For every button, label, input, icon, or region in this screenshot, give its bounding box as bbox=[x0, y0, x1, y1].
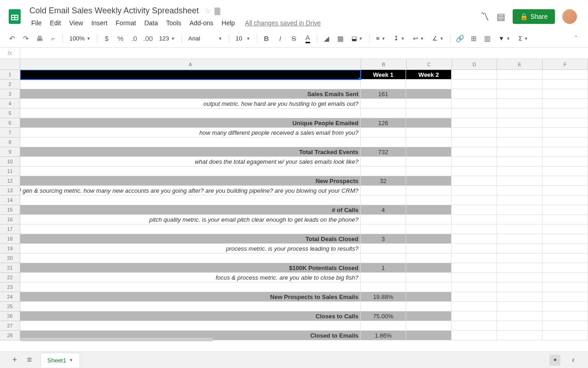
cell[interactable] bbox=[497, 321, 543, 331]
cell[interactable] bbox=[452, 321, 497, 331]
cell[interactable] bbox=[452, 302, 497, 311]
cell[interactable]: 161 bbox=[361, 89, 406, 99]
cell[interactable] bbox=[543, 196, 588, 205]
cell[interactable] bbox=[497, 311, 543, 321]
cell[interactable] bbox=[497, 157, 543, 167]
cell[interactable] bbox=[20, 224, 361, 234]
zoom-select[interactable]: 100%▼ bbox=[66, 32, 94, 45]
cell[interactable] bbox=[452, 292, 497, 302]
comment-button[interactable]: ⊞ bbox=[467, 32, 480, 45]
v-align-button[interactable]: ↧▼ bbox=[390, 32, 408, 45]
cell[interactable] bbox=[497, 109, 543, 118]
cell[interactable] bbox=[406, 128, 452, 138]
more-formats-select[interactable]: 123▼ bbox=[155, 32, 179, 45]
cell[interactable] bbox=[361, 167, 406, 176]
avatar[interactable] bbox=[562, 9, 577, 24]
cell[interactable]: 75.00% bbox=[361, 311, 406, 321]
menu-format[interactable]: Format bbox=[112, 17, 140, 29]
cell[interactable] bbox=[406, 205, 452, 215]
cell-selected[interactable] bbox=[20, 70, 361, 80]
cell[interactable] bbox=[406, 157, 452, 167]
row-header-7[interactable]: 7 bbox=[0, 128, 20, 138]
cell[interactable] bbox=[497, 244, 543, 253]
cell[interactable] bbox=[452, 138, 497, 147]
cell[interactable] bbox=[497, 224, 543, 234]
cell[interactable] bbox=[361, 282, 406, 292]
menu-view[interactable]: View bbox=[66, 17, 87, 29]
filter-button[interactable]: ▼▼ bbox=[495, 32, 514, 45]
cell[interactable] bbox=[406, 176, 452, 186]
col-header-D[interactable]: D bbox=[452, 59, 498, 70]
cell[interactable] bbox=[452, 234, 497, 244]
cell[interactable] bbox=[543, 109, 588, 118]
cell[interactable] bbox=[361, 196, 406, 205]
cell[interactable] bbox=[497, 89, 543, 99]
cell[interactable] bbox=[543, 80, 588, 89]
row-header-5[interactable]: 5 bbox=[0, 109, 20, 118]
col-header-B[interactable]: B bbox=[361, 59, 407, 70]
cell[interactable] bbox=[406, 147, 452, 157]
cell[interactable] bbox=[543, 263, 588, 273]
cell[interactable] bbox=[361, 138, 406, 147]
cell[interactable] bbox=[543, 128, 588, 138]
cell[interactable] bbox=[406, 234, 452, 244]
cell[interactable]: Week 1 bbox=[361, 70, 406, 80]
cell[interactable] bbox=[452, 253, 497, 263]
strike-button[interactable]: S bbox=[288, 32, 300, 45]
cell[interactable] bbox=[497, 147, 543, 157]
cell[interactable] bbox=[361, 302, 406, 311]
row-header-26[interactable]: 26 bbox=[0, 311, 20, 321]
row-header-15[interactable]: 15 bbox=[0, 205, 20, 215]
cell[interactable] bbox=[406, 224, 452, 234]
cell[interactable]: lead gen & sourcing metric. how many new… bbox=[20, 186, 361, 196]
cell[interactable]: process metric. is your process leading … bbox=[20, 244, 361, 253]
menu-data[interactable]: Data bbox=[141, 17, 162, 29]
col-header-F[interactable]: F bbox=[543, 59, 588, 70]
comments-icon[interactable]: ▤ bbox=[497, 11, 505, 22]
increase-decimal-button[interactable]: .00 bbox=[141, 32, 154, 45]
sheet-tab-menu-icon[interactable]: ▼ bbox=[69, 358, 73, 362]
cell[interactable] bbox=[497, 234, 543, 244]
cell[interactable]: Total Deals Closed bbox=[20, 234, 361, 244]
cell[interactable] bbox=[543, 292, 588, 302]
cell[interactable] bbox=[406, 89, 452, 99]
activity-icon[interactable]: 〽 bbox=[480, 12, 489, 22]
cell[interactable] bbox=[452, 186, 497, 196]
cell[interactable] bbox=[543, 99, 588, 109]
select-all-corner[interactable] bbox=[0, 59, 20, 70]
decrease-decimal-button[interactable]: .0 bbox=[128, 32, 141, 45]
cell[interactable] bbox=[543, 273, 588, 282]
cell[interactable] bbox=[452, 311, 497, 321]
cell[interactable] bbox=[406, 273, 452, 282]
row-header-4[interactable]: 4 bbox=[0, 99, 20, 109]
currency-button[interactable]: $ bbox=[100, 32, 113, 45]
cell[interactable] bbox=[452, 263, 497, 273]
cell[interactable] bbox=[20, 138, 361, 147]
cell[interactable]: output metric. how hard are you hustling… bbox=[20, 99, 361, 109]
cell[interactable]: New Prospects to Sales Emails bbox=[20, 292, 361, 302]
cell[interactable] bbox=[497, 176, 543, 186]
wrap-button[interactable]: ↩▼ bbox=[409, 32, 428, 45]
italic-button[interactable]: I bbox=[274, 32, 287, 45]
cell[interactable] bbox=[452, 89, 497, 99]
cell[interactable] bbox=[452, 224, 497, 234]
link-button[interactable]: 🔗 bbox=[453, 32, 466, 45]
fill-color-button[interactable]: ◢ bbox=[320, 32, 333, 45]
cell[interactable] bbox=[20, 80, 361, 89]
horizontal-scrollbar[interactable] bbox=[20, 338, 213, 341]
row-header-19[interactable]: 19 bbox=[0, 244, 20, 253]
cell[interactable] bbox=[361, 244, 406, 253]
cell[interactable] bbox=[452, 147, 497, 157]
cell[interactable] bbox=[497, 196, 543, 205]
cell[interactable] bbox=[543, 205, 588, 215]
chart-button[interactable]: ▥ bbox=[481, 32, 494, 45]
cell[interactable] bbox=[406, 167, 452, 176]
cell[interactable] bbox=[497, 99, 543, 109]
cell[interactable] bbox=[543, 244, 588, 253]
cell[interactable] bbox=[406, 138, 452, 147]
cell[interactable] bbox=[497, 70, 543, 80]
cell[interactable] bbox=[497, 282, 543, 292]
cell[interactable]: Sales Emails Sent bbox=[20, 89, 361, 99]
row-header-14[interactable]: 14 bbox=[0, 196, 20, 205]
cell[interactable] bbox=[452, 167, 497, 176]
